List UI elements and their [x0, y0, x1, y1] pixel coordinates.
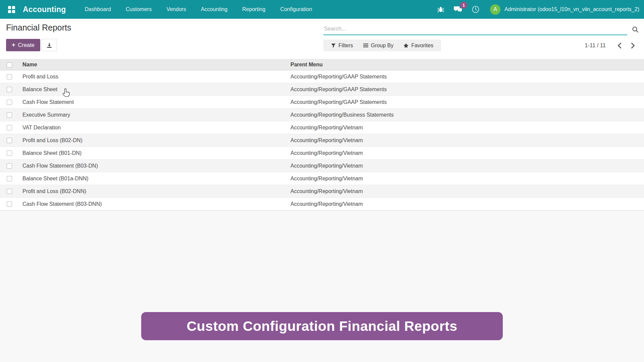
parent-menu-cell: Accounting/Reporting/Vietnam	[289, 134, 644, 147]
export-button[interactable]	[42, 39, 57, 51]
table-row[interactable]: VAT DeclarationAccounting/Reporting/Viet…	[0, 121, 644, 134]
row-checkbox[interactable]	[7, 138, 12, 143]
parent-menu-cell: Accounting/Reporting/Vietnam	[289, 198, 644, 210]
report-name-cell: Profit and Loss	[18, 70, 289, 83]
filters-button[interactable]: Filters	[326, 43, 358, 49]
group-by-label: Group By	[371, 43, 394, 49]
table-row[interactable]: Cash Flow Statement (B03-DN)Accounting/R…	[0, 160, 644, 172]
pager: 1-11 / 11	[585, 41, 638, 51]
search-input[interactable]	[323, 23, 627, 35]
row-checkbox[interactable]	[7, 201, 12, 207]
table-row[interactable]: Balance SheetAccounting/Reporting/GAAP S…	[0, 83, 644, 96]
row-checkbox[interactable]	[7, 189, 12, 194]
debug-bug-icon[interactable]	[435, 4, 446, 15]
report-name-cell: Profit and Loss (B02-DNN)	[18, 185, 289, 198]
pager-previous-button[interactable]	[614, 41, 625, 51]
menu-customers[interactable]: Customers	[118, 0, 159, 19]
user-name: Administrator (odoo15_l10n_vn_viin_accou…	[504, 6, 639, 12]
filters-label: Filters	[338, 43, 353, 49]
table-row[interactable]: Executive SummaryAccounting/Reporting/Bu…	[0, 109, 644, 121]
star-icon	[404, 43, 409, 48]
select-all-checkbox[interactable]	[7, 62, 12, 68]
row-checkbox[interactable]	[7, 87, 12, 92]
parent-menu-cell: Accounting/Reporting/GAAP Statements	[289, 70, 644, 83]
report-name-cell: Executive Summary	[18, 109, 289, 121]
menu-configuration[interactable]: Configuration	[273, 0, 319, 19]
column-header-name[interactable]: Name	[18, 59, 289, 70]
top-navbar: Accounting DashboardCustomersVendorsAcco…	[0, 0, 644, 19]
messages-icon[interactable]: 1	[452, 4, 464, 15]
search-zone	[323, 23, 638, 35]
create-button-label: Create	[18, 42, 35, 48]
table-row[interactable]: Profit and Loss (B02-DNN)Accounting/Repo…	[0, 185, 644, 198]
main-menu-bar: DashboardCustomersVendorsAccountingRepor…	[77, 0, 320, 19]
table-row[interactable]: Profit and LossAccounting/Reporting/GAAP…	[0, 70, 644, 83]
parent-menu-cell: Accounting/Reporting/Vietnam	[289, 121, 644, 134]
parent-menu-cell: Accounting/Reporting/Business Statements	[289, 109, 644, 121]
menu-reporting[interactable]: Reporting	[235, 0, 273, 19]
filter-pill: Filters Group By Favorites	[323, 40, 441, 51]
apps-grid-glyph	[7, 5, 16, 14]
messages-count-badge: 1	[460, 2, 467, 9]
download-icon	[46, 42, 52, 48]
create-button[interactable]: + Create	[6, 39, 40, 51]
report-name-cell: Balance Sheet	[18, 83, 289, 96]
report-name-cell: Cash Flow Statement (B03-DN)	[18, 160, 289, 172]
table-row[interactable]: Cash Flow Statement (B03-DNN)Accounting/…	[0, 198, 644, 210]
filter-row: Filters Group By Favorites	[323, 40, 638, 51]
parent-menu-cell: Accounting/Reporting/Vietnam	[289, 160, 644, 172]
favorites-button[interactable]: Favorites	[398, 43, 438, 49]
caption-banner: Custom Configuration Financial Reports	[141, 312, 503, 340]
group-by-button[interactable]: Group By	[358, 43, 399, 49]
report-name-cell: Balance Sheet (B01-DN)	[18, 147, 289, 160]
pager-next-button[interactable]	[628, 41, 638, 51]
activities-clock-icon[interactable]	[470, 4, 481, 15]
clock-glyph	[472, 5, 480, 13]
parent-menu-cell: Accounting/Reporting/Vietnam	[289, 147, 644, 160]
row-checkbox[interactable]	[7, 163, 12, 169]
search-icon[interactable]	[632, 26, 639, 34]
report-name-cell: Profit and Loss (B02-DN)	[18, 134, 289, 147]
financial-reports-table: Name Parent Menu Profit and LossAccounti…	[0, 59, 644, 210]
table-header-row: Name Parent Menu	[0, 59, 644, 70]
apps-grid-icon[interactable]	[5, 3, 18, 16]
report-name-cell: VAT Declaration	[18, 121, 289, 134]
group-by-lines-icon	[363, 43, 368, 48]
systray: 1 A Administrator (odoo15_l10n_vn_viin_a…	[429, 4, 639, 15]
control-panel: Financial Reports + Create	[0, 19, 644, 59]
report-name-cell: Balance Sheet (B01a-DNN)	[18, 172, 289, 185]
row-checkbox[interactable]	[7, 176, 12, 181]
row-checkbox[interactable]	[7, 150, 12, 156]
menu-dashboard[interactable]: Dashboard	[77, 0, 118, 19]
filter-funnel-icon	[331, 43, 336, 48]
menu-accounting[interactable]: Accounting	[194, 0, 235, 19]
parent-menu-cell: Accounting/Reporting/GAAP Statements	[289, 83, 644, 96]
table-row[interactable]: Balance Sheet (B01a-DNN)Accounting/Repor…	[0, 172, 644, 185]
report-name-cell: Cash Flow Statement (B03-DNN)	[18, 198, 289, 210]
favorites-label: Favorites	[411, 43, 433, 49]
app-name[interactable]: Accounting	[23, 5, 66, 14]
parent-menu-cell: Accounting/Reporting/GAAP Statements	[289, 96, 644, 109]
plus-icon: +	[12, 42, 15, 49]
parent-menu-cell: Accounting/Reporting/Vietnam	[289, 185, 644, 198]
row-checkbox[interactable]	[7, 100, 12, 105]
page-title: Financial Reports	[6, 23, 71, 33]
parent-menu-cell: Accounting/Reporting/Vietnam	[289, 172, 644, 185]
pager-range: 1-11 / 11	[585, 42, 606, 49]
column-header-parent-menu[interactable]: Parent Menu	[289, 59, 644, 70]
user-avatar: A	[490, 4, 500, 15]
report-name-cell: Cash Flow Statement	[18, 96, 289, 109]
table-row[interactable]: Profit and Loss (B02-DN)Accounting/Repor…	[0, 134, 644, 147]
table-row[interactable]: Cash Flow StatementAccounting/Reporting/…	[0, 96, 644, 109]
row-checkbox[interactable]	[7, 74, 12, 79]
user-menu[interactable]: A Administrator (odoo15_l10n_vn_viin_acc…	[490, 4, 639, 15]
menu-vendors[interactable]: Vendors	[159, 0, 194, 19]
search-input-wrap	[323, 23, 627, 35]
action-buttons: + Create	[6, 39, 57, 51]
table-row[interactable]: Balance Sheet (B01-DN)Accounting/Reporti…	[0, 147, 644, 160]
bug-glyph	[437, 6, 444, 13]
row-checkbox[interactable]	[7, 112, 12, 118]
row-checkbox[interactable]	[7, 125, 12, 130]
table-body: Profit and LossAccounting/Reporting/GAAP…	[0, 70, 644, 210]
